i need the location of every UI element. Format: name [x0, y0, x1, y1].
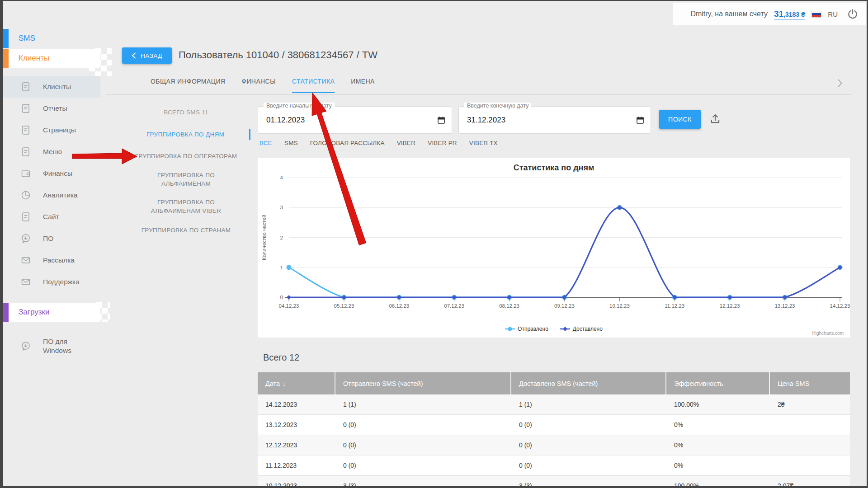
sidebar-item-label: Аналитика	[43, 191, 78, 199]
language-label[interactable]: RU	[828, 10, 838, 18]
svg-text:07.12.23: 07.12.23	[444, 303, 464, 309]
search-button[interactable]: ПОИСК	[659, 110, 701, 129]
svg-text:08.12.23: 08.12.23	[499, 303, 519, 309]
envelope-icon	[20, 255, 32, 266]
sidebar-item-label: Страницы	[43, 126, 76, 134]
tabs-divider	[106, 94, 851, 95]
sidebar-item-clients[interactable]: Клиенты	[3, 76, 100, 98]
start-date-input[interactable]	[258, 107, 452, 133]
tab-names[interactable]: ИМЕНА	[351, 78, 375, 93]
cell-sent: 0 (0)	[335, 455, 511, 476]
cell-sent: 3 (3)	[335, 476, 511, 488]
data-point-marker	[287, 265, 292, 270]
table-header-row: Дата↓ Отправлено SMS (частей) Доставлено…	[258, 372, 850, 394]
chart-plot-area: 0123404.12.2305.12.2306.12.2307.12.2308.…	[258, 158, 850, 338]
sidebar-item-reports[interactable]: Отчеты	[3, 98, 100, 119]
sms-section-label: SMS	[19, 34, 35, 43]
sidebar-item-software[interactable]: ПО	[3, 228, 100, 249]
table-row: 10.12.2023 3 (3) 3 (3) 100.00% 2.07₴	[258, 476, 850, 488]
cell-efficiency: 100.00%	[666, 476, 770, 488]
balance-fraction: ,3183 ₴	[783, 11, 805, 18]
back-button[interactable]: НАЗАД	[122, 47, 172, 64]
sidebar-item-site[interactable]: Сайт	[3, 206, 100, 228]
sidebar-section-sms[interactable]: SMS	[3, 29, 100, 48]
cell-date: 13.12.2023	[258, 415, 335, 435]
cell-date: 10.12.2023	[258, 476, 335, 488]
legend-label: Отправлено	[518, 326, 548, 332]
sidebar-section-clients[interactable]: Клиенты	[3, 49, 100, 68]
subnav-group-by-alphanames-viber[interactable]: ГРУППИРОВКА ПО АЛЬФАИМЕНАМ VIBER	[122, 198, 250, 215]
column-label: Дата	[265, 380, 280, 387]
column-header-sent[interactable]: Отправлено SMS (частей)	[335, 372, 511, 394]
channel-tab-viber-tx[interactable]: VIBER TX	[469, 140, 498, 146]
sidebar-item-mailing[interactable]: Рассылка	[3, 249, 100, 271]
sidebar-item-label: Поддержка	[43, 278, 80, 286]
balance-link[interactable]: 31,3183 ₴	[774, 9, 805, 19]
tab-finances[interactable]: ФИНАНСЫ	[241, 78, 276, 93]
calendar-icon[interactable]	[636, 116, 645, 127]
cell-price	[770, 435, 850, 455]
subnav-label: ГРУППИРОВКА ПО АЛЬФАИМЕНАМ VIBER	[140, 198, 232, 215]
end-date-label: Введите конечную дату	[464, 103, 531, 109]
chart-legend: ОтправленоДоставлено	[258, 326, 850, 332]
tab-statistics[interactable]: СТАТИСТИКА	[292, 78, 335, 93]
sidebar-section-downloads[interactable]: Загрузки	[3, 303, 100, 322]
logout-power-icon[interactable]	[847, 8, 859, 20]
sidebar-item-support[interactable]: Поддержка	[3, 271, 100, 293]
column-header-efficiency[interactable]: Эффективность	[666, 372, 770, 394]
table-row: 14.12.2023 1 (1) 1 (1) 100.00% 2₴	[258, 394, 850, 415]
chevron-left-icon	[132, 52, 136, 59]
document-icon	[20, 146, 32, 157]
highcharts-credit[interactable]: Highcharts.com	[812, 331, 844, 336]
subnav-group-by-countries[interactable]: ГРУППИРОВКА ПО СТРАНАМ	[122, 226, 250, 235]
end-date-input[interactable]	[459, 107, 651, 133]
russia-flag-icon[interactable]	[811, 11, 821, 18]
column-header-delivered[interactable]: Доставлено SMS (частей)	[511, 372, 666, 394]
svg-text:06.12.23: 06.12.23	[389, 303, 409, 309]
sidebar-item-pages[interactable]: Страницы	[3, 119, 100, 141]
column-header-price[interactable]: Цена SMS	[770, 372, 850, 394]
clients-section-indicator	[3, 49, 9, 68]
channel-tab-viber[interactable]: VIBER	[397, 140, 416, 146]
cell-price: 2₴	[770, 394, 850, 415]
legend-item-Доставлено[interactable]: Доставлено	[560, 326, 603, 332]
sidebar-item-windows-software[interactable]: ПО для Windows	[3, 332, 100, 361]
tabs-scroll-right-icon[interactable]	[837, 79, 843, 89]
sidebar-item-finances[interactable]: Финансы	[3, 163, 100, 184]
channel-tab-voice[interactable]: ГОЛОСОВАЯ РАССЫЛКА	[310, 140, 385, 146]
subnav-group-by-alphanames[interactable]: ГРУППИРОВКА ПО АЛЬФАИМЕНАМ	[122, 171, 250, 188]
column-header-date[interactable]: Дата↓	[258, 372, 335, 394]
tab-general-info[interactable]: ОБЩАЯ ИНФОРМАЦИЯ	[151, 78, 225, 93]
cell-date: 12.12.2023	[258, 435, 335, 455]
cell-date: 11.12.2023	[258, 455, 335, 476]
download-bubble-icon	[20, 233, 32, 244]
chart-title: Статистика по дням	[258, 163, 850, 173]
clients-section-label: Клиенты	[19, 54, 49, 63]
topbar-account-card: Dmitry, на вашем счету 31,3183 ₴ RU	[673, 3, 866, 25]
subnav-group-by-operators[interactable]: ГРУППИРОВКА ПО ОПЕРАТОРАМ	[122, 152, 250, 160]
cell-price: 2.07₴	[770, 476, 850, 488]
subnav-group-by-days[interactable]: ГРУППИРОВКА ПО ДНЯМ	[122, 129, 250, 140]
downloads-section-indicator	[3, 303, 9, 322]
svg-text:Количество частей: Количество частей	[261, 215, 267, 260]
pie-chart-icon	[20, 190, 32, 201]
channel-tab-sms[interactable]: SMS	[284, 140, 298, 146]
account-greeting: Dmitry, на вашем счету	[690, 10, 768, 18]
calendar-icon[interactable]	[437, 116, 446, 127]
table-row: 13.12.2023 0 (0) 0 (0) 0%	[258, 415, 850, 435]
sidebar-item-menu[interactable]: Меню	[3, 141, 100, 163]
legend-item-Отправлено[interactable]: Отправлено	[505, 326, 548, 332]
series-line-Отправлено	[289, 207, 840, 297]
cell-price	[770, 415, 850, 435]
channel-tab-viber-pr[interactable]: VIBER PR	[428, 140, 457, 146]
channel-filter-bar: ВСЕ SMS ГОЛОСОВАЯ РАССЫЛКА VIBER VIBER P…	[259, 140, 498, 146]
export-upload-icon[interactable]	[709, 113, 721, 127]
sidebar-item-label: Финансы	[43, 169, 72, 178]
svg-text:13.12.23: 13.12.23	[775, 303, 795, 309]
cell-delivered: 3 (3)	[511, 476, 666, 488]
tab-bar: ОБЩАЯ ИНФОРМАЦИЯ ФИНАНСЫ СТАТИСТИКА ИМЕН…	[151, 78, 375, 93]
downloads-section-label: Загрузки	[19, 308, 49, 317]
channel-tab-all[interactable]: ВСЕ	[259, 140, 272, 146]
sidebar-item-analytics[interactable]: Аналитика	[3, 184, 100, 206]
balance-main: 31	[774, 9, 783, 19]
